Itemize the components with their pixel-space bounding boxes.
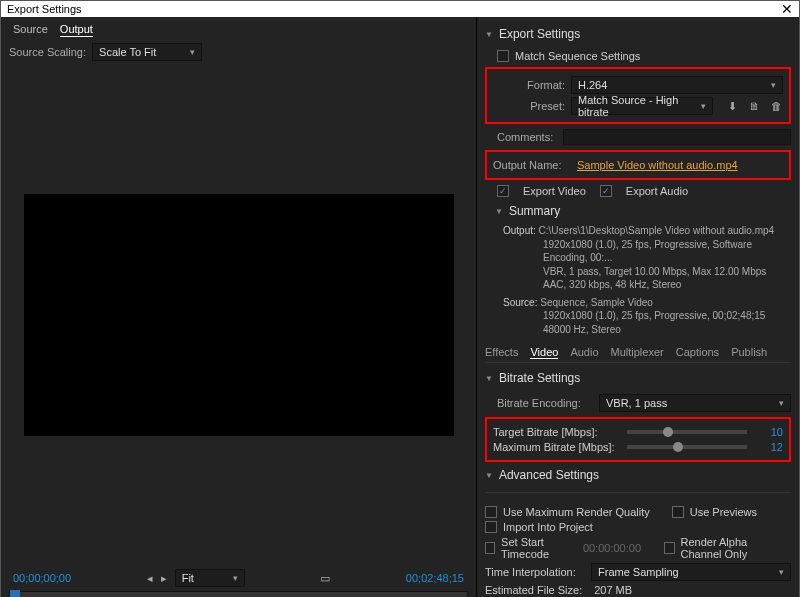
tab-output[interactable]: Output	[60, 23, 93, 37]
bitrate-sliders-highlight: Target Bitrate [Mbps]: 10 Maximum Bitrat…	[485, 417, 791, 462]
window-title: Export Settings	[7, 3, 82, 15]
format-preset-highlight: Format: H.264▾ Preset: Match Source - Hi…	[485, 67, 791, 124]
time-interp-dropdown[interactable]: Frame Sampling▾	[591, 563, 791, 581]
video-preview[interactable]	[24, 194, 454, 436]
set-start-tc-checkbox[interactable]	[485, 542, 495, 554]
target-bitrate-slider[interactable]	[627, 430, 747, 434]
next-frame-icon[interactable]: ▸	[161, 572, 167, 585]
bitrate-encoding-dropdown[interactable]: VBR, 1 pass▾	[599, 394, 791, 412]
match-sequence-label: Match Sequence Settings	[515, 50, 640, 62]
preset-dropdown[interactable]: Match Source - High bitrate▾	[571, 97, 713, 115]
bitrate-header[interactable]: Bitrate Settings	[485, 371, 791, 385]
comments-input[interactable]	[563, 129, 791, 145]
timeline-slider[interactable]	[9, 591, 468, 597]
format-label: Format:	[493, 79, 565, 91]
import-project-label: Import Into Project	[503, 521, 593, 533]
delete-preset-icon[interactable]: 🗑	[769, 99, 783, 113]
tab-captions[interactable]: Captions	[676, 346, 719, 359]
max-bitrate-label: Maximum Bitrate [Mbps]:	[493, 441, 615, 453]
render-alpha-label: Render Alpha Channel Only	[681, 536, 792, 560]
source-scaling-label: Source Scaling:	[9, 46, 86, 58]
set-start-tc-value: 00:00:00:00	[583, 542, 641, 554]
tab-publish[interactable]: Publish	[731, 346, 767, 359]
preview-area	[9, 67, 468, 563]
export-settings-header[interactable]: Export Settings	[485, 27, 791, 41]
close-icon[interactable]: ✕	[781, 1, 793, 17]
use-max-render-checkbox[interactable]	[485, 506, 497, 518]
tab-audio[interactable]: Audio	[570, 346, 598, 359]
tab-multiplexer[interactable]: Multiplexer	[611, 346, 664, 359]
target-bitrate-label: Target Bitrate [Mbps]:	[493, 426, 615, 438]
render-alpha-checkbox[interactable]	[664, 542, 674, 554]
titlebar: Export Settings ✕	[1, 1, 799, 17]
source-scaling-dropdown[interactable]: Scale To Fit▾	[92, 43, 202, 61]
advanced-header[interactable]: Advanced Settings	[485, 468, 791, 482]
use-previews-checkbox[interactable]	[672, 506, 684, 518]
export-audio-checkbox[interactable]	[600, 185, 612, 197]
prev-frame-icon[interactable]: ◂	[147, 572, 153, 585]
export-audio-label: Export Audio	[626, 185, 688, 197]
est-size-value: 207 MB	[594, 584, 632, 596]
export-video-checkbox[interactable]	[497, 185, 509, 197]
save-preset-icon[interactable]: ⬇	[725, 99, 739, 113]
comments-label: Comments:	[497, 131, 557, 143]
summary-block: Output: C:\Users\1\Desktop\Sample Video …	[485, 224, 791, 336]
est-size-label: Estimated File Size:	[485, 584, 582, 596]
import-preset-icon[interactable]: 🗎	[747, 99, 761, 113]
format-dropdown[interactable]: H.264▾	[571, 76, 783, 94]
timeline-playhead[interactable]	[10, 590, 20, 597]
max-bitrate-value[interactable]: 12	[759, 441, 783, 453]
output-name-label: Output Name:	[493, 159, 571, 171]
fit-dropdown[interactable]: Fit▾	[175, 569, 245, 587]
use-previews-label: Use Previews	[690, 506, 757, 518]
preset-label: Preset:	[493, 100, 565, 112]
time-interp-label: Time Interpolation:	[485, 566, 585, 578]
summary-header[interactable]: Summary	[495, 204, 791, 218]
time-end: 00;02;48;15	[406, 572, 464, 584]
aspect-icon[interactable]: ▭	[320, 572, 330, 585]
preview-panel: Source Output Source Scaling: Scale To F…	[1, 17, 477, 597]
use-max-render-label: Use Maximum Render Quality	[503, 506, 650, 518]
target-bitrate-value[interactable]: 10	[759, 426, 783, 438]
match-sequence-checkbox[interactable]	[497, 50, 509, 62]
bitrate-encoding-label: Bitrate Encoding:	[497, 397, 593, 409]
tab-video[interactable]: Video	[530, 346, 558, 359]
tab-source[interactable]: Source	[13, 23, 48, 37]
output-name-link[interactable]: Sample Video without audio.mp4	[577, 159, 738, 171]
max-bitrate-slider[interactable]	[627, 445, 747, 449]
set-start-tc-label: Set Start Timecode	[501, 536, 577, 560]
export-video-label: Export Video	[523, 185, 586, 197]
tab-effects[interactable]: Effects	[485, 346, 518, 359]
import-project-checkbox[interactable]	[485, 521, 497, 533]
time-start[interactable]: 00;00;00;00	[13, 572, 71, 584]
output-name-highlight: Output Name: Sample Video without audio.…	[485, 150, 791, 180]
